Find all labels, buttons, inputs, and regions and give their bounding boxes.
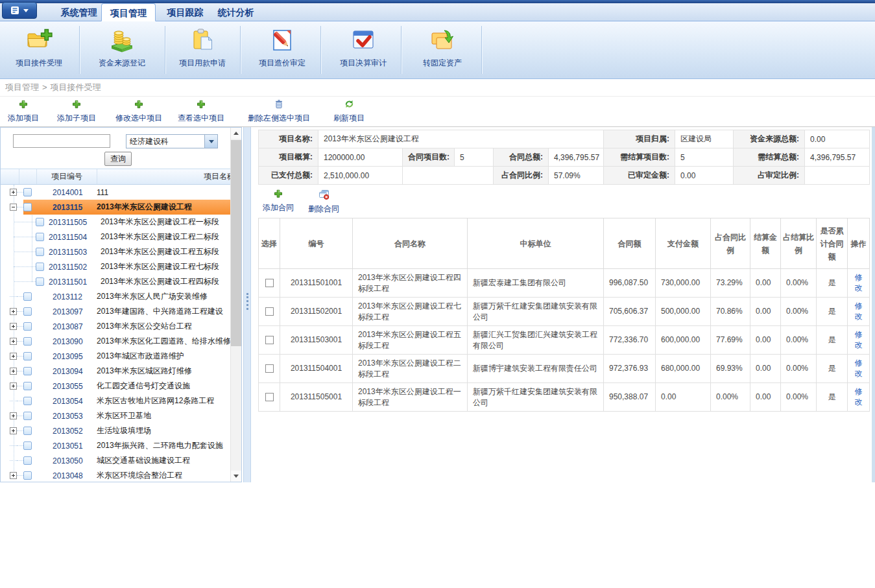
tree-row-body[interactable]: 2013115042013年米东区公厕建设工程二标段 [36,229,231,244]
expand-plus-icon[interactable] [10,368,17,375]
tree-checkbox[interactable] [23,397,32,405]
ribbon-fixed-asset[interactable]: 转固定资产 [407,27,478,69]
tree-checkbox[interactable] [36,218,44,226]
tree-checkbox[interactable] [36,248,44,256]
contract-checkbox[interactable] [265,307,274,316]
tab-project-management[interactable]: 项目管理 [101,3,156,21]
edit-contract-link[interactable]: 修改 [854,301,863,322]
add-contract-button[interactable]: 添加合同 [263,189,294,215]
tree-row[interactable]: 2013055化工园交通信号灯交通设施 [1,379,231,394]
tree-row[interactable]: 2013115022013年米东区公厕建设工程七标段 [1,259,231,274]
tree-row[interactable]: 20131152013年米东区公厕建设工程 [1,200,231,215]
tree-row-body[interactable]: 2013053米东区环卫基地 [23,408,231,423]
tree-row[interactable]: 2013115042013年米东区公厕建设工程二标段 [1,229,231,244]
tree-row-body[interactable]: 20130972013年建国路、中兴路道路工程建设 [23,304,231,319]
tree-row-body[interactable]: 20130872013年米东区公交站台工程 [23,319,231,334]
tree-scrollbar[interactable] [230,128,241,482]
expand-plus-icon[interactable] [10,472,17,479]
collapse-minus-icon[interactable] [10,204,17,211]
tree-row[interactable]: 20130942013年米东区城区路灯维修 [1,364,231,379]
tree-checkbox[interactable] [36,263,44,271]
tree-row-body[interactable]: 2013048米东区环境综合整治工程 [23,468,231,482]
tree-row[interactable]: 2013115032013年米东区公厕建设工程五标段 [1,244,231,259]
tree-row[interactable]: 2013052生活垃圾填埋场 [1,423,231,438]
tree-row-body[interactable]: 2014001111 [23,185,231,200]
tree-row[interactable]: 2013048米东区环境综合整治工程 [1,468,231,482]
edit-contract-link[interactable]: 修改 [854,358,863,379]
contract-checkbox[interactable] [265,336,274,344]
tree-checkbox[interactable] [36,233,44,241]
ribbon-payment-request[interactable]: 项目用款申请 [167,27,238,69]
delete-selected-project-button[interactable]: 删除左侧选中项目 [248,99,310,124]
tree-row-body[interactable]: 2013115032013年米东区公厕建设工程五标段 [36,244,231,259]
tree-row[interactable]: 2013115052013年米东区公厕建设工程一标段 [1,215,231,229]
combo-arrow-button[interactable] [204,135,217,148]
refresh-project-button[interactable]: 刷新项目 [333,99,365,124]
tree-checkbox[interactable] [23,337,32,346]
tree-checkbox[interactable] [23,292,32,301]
tree-row[interactable]: 20130952013年城区市政道路维护 [1,349,231,364]
tree-row[interactable]: 20130972013年建国路、中兴路道路工程建设 [1,304,231,319]
tree-row-body[interactable]: 20130512013年振兴路、二环路电力配套设施 [23,438,231,453]
query-button[interactable]: 查询 [104,152,132,166]
ribbon-funding-source[interactable]: 资金来源登记 [86,27,158,69]
scroll-up-button[interactable] [231,128,241,139]
tree-row-body[interactable]: 2013115012013年米东区公厕建设工程四标段 [36,274,231,289]
contract-checkbox[interactable] [265,364,274,373]
expand-plus-icon[interactable] [10,382,17,390]
tree-row[interactable]: 2013050城区交通基础设施建设工程 [1,453,231,468]
tree-checkbox[interactable] [36,277,44,286]
tab-statistics[interactable]: 统计分析 [214,3,258,21]
tree-checkbox[interactable] [23,471,32,480]
tree-checkbox[interactable] [23,441,32,450]
tree-row-body[interactable]: 20131122013年米东区人民广场安装维修 [23,289,231,304]
tree-row[interactable]: 20130512013年振兴路、二环路电力配套设施 [1,438,231,453]
tree-row-body[interactable]: 2013115022013年米东区公厕建设工程七标段 [36,259,231,274]
tree-checkbox[interactable] [23,456,32,465]
tree-row-body[interactable]: 2013055化工园交通信号灯交通设施 [23,379,231,394]
tree-row[interactable]: 20130872013年米东区公交站台工程 [1,319,231,334]
tree-row[interactable]: 20130902013年米东区化工园道路、给排水维修 [1,334,231,349]
tree-checkbox[interactable] [23,203,32,211]
tree-row-body[interactable]: 20130952013年城区市政道路维护 [23,349,231,364]
tree-checkbox[interactable] [23,322,32,331]
expand-plus-icon[interactable] [10,323,17,330]
tree-row-body[interactable]: 2013115052013年米东区公厕建设工程一标段 [36,215,231,229]
ribbon-cost-review[interactable]: 项目造价审定 [246,27,318,69]
tree-row[interactable]: 2013115012013年米东区公厕建设工程四标段 [1,274,231,289]
tree-row-body[interactable]: 20130902013年米东区化工园道路、给排水维修 [23,334,231,349]
tree-row-body[interactable]: 20131152013年米东区公厕建设工程 [23,200,231,215]
tree-checkbox[interactable] [23,382,32,390]
panel-splitter[interactable] [243,127,251,482]
tab-system-management[interactable]: 系统管理 [57,3,101,21]
tree-row[interactable]: 2013054米东区古牧地片区路网12条路工程 [1,394,231,408]
expand-plus-icon[interactable] [10,412,17,419]
search-input[interactable] [13,134,110,148]
tree-row[interactable]: 20131122013年米东区人民广场安装维修 [1,289,231,304]
edit-contract-link[interactable]: 修改 [854,386,863,407]
tree-row-body[interactable]: 2013050城区交通基础设施建设工程 [23,453,231,468]
expand-plus-icon[interactable] [10,427,17,434]
edit-selected-project-button[interactable]: 修改选中项目 [115,100,162,124]
expand-plus-icon[interactable] [10,308,17,315]
scroll-down-button[interactable] [231,471,241,482]
tree-row-body[interactable]: 2013052生活垃圾填埋场 [23,423,231,438]
delete-contract-button[interactable]: 删除合同 [308,189,339,215]
scrollbar-thumb[interactable] [231,140,241,346]
tree-checkbox[interactable] [23,307,32,316]
add-subproject-button[interactable]: 添加子项目 [57,100,96,124]
ribbon-project-intake[interactable]: 项目接件受理 [3,27,75,69]
edit-contract-link[interactable]: 修改 [854,329,863,350]
expand-plus-icon[interactable] [10,338,17,345]
tree-row[interactable]: 2013053米东区环卫基地 [1,408,231,423]
add-project-button[interactable]: 添加项目 [8,100,39,124]
breadcrumb-parent[interactable]: 项目管理 [5,82,39,92]
tab-project-tracking[interactable]: 项目跟踪 [163,3,207,21]
main-menu-button[interactable] [2,2,37,19]
contract-checkbox[interactable] [265,393,274,401]
tree-checkbox[interactable] [23,367,32,375]
tree-checkbox[interactable] [23,188,32,196]
tree-row-body[interactable]: 2013054米东区古牧地片区路网12条路工程 [23,394,231,408]
view-selected-project-button[interactable]: 查看选中项目 [178,100,224,124]
tree-checkbox[interactable] [23,352,32,360]
